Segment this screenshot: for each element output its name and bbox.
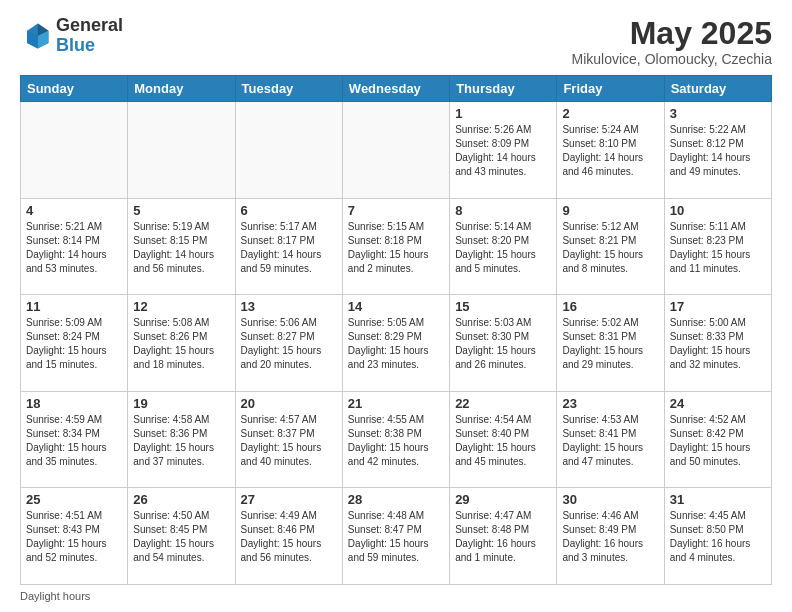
calendar-cell: 31Sunrise: 4:45 AM Sunset: 8:50 PM Dayli… — [664, 488, 771, 585]
location-subtitle: Mikulovice, Olomoucky, Czechia — [572, 51, 772, 67]
calendar-cell: 20Sunrise: 4:57 AM Sunset: 8:37 PM Dayli… — [235, 391, 342, 488]
calendar-cell: 30Sunrise: 4:46 AM Sunset: 8:49 PM Dayli… — [557, 488, 664, 585]
day-info: Sunrise: 4:46 AM Sunset: 8:49 PM Dayligh… — [562, 509, 658, 565]
calendar-cell: 2Sunrise: 5:24 AM Sunset: 8:10 PM Daylig… — [557, 102, 664, 199]
calendar-cell: 4Sunrise: 5:21 AM Sunset: 8:14 PM Daylig… — [21, 198, 128, 295]
calendar-cell: 1Sunrise: 5:26 AM Sunset: 8:09 PM Daylig… — [450, 102, 557, 199]
calendar-table: SundayMondayTuesdayWednesdayThursdayFrid… — [20, 75, 772, 585]
day-info: Sunrise: 5:17 AM Sunset: 8:17 PM Dayligh… — [241, 220, 337, 276]
calendar-cell: 26Sunrise: 4:50 AM Sunset: 8:45 PM Dayli… — [128, 488, 235, 585]
day-number: 18 — [26, 396, 122, 411]
day-info: Sunrise: 5:19 AM Sunset: 8:15 PM Dayligh… — [133, 220, 229, 276]
calendar-cell: 13Sunrise: 5:06 AM Sunset: 8:27 PM Dayli… — [235, 295, 342, 392]
day-info: Sunrise: 5:11 AM Sunset: 8:23 PM Dayligh… — [670, 220, 766, 276]
day-number: 30 — [562, 492, 658, 507]
day-number: 28 — [348, 492, 444, 507]
weekday-header-thursday: Thursday — [450, 76, 557, 102]
calendar-cell: 27Sunrise: 4:49 AM Sunset: 8:46 PM Dayli… — [235, 488, 342, 585]
day-info: Sunrise: 5:06 AM Sunset: 8:27 PM Dayligh… — [241, 316, 337, 372]
calendar-cell — [21, 102, 128, 199]
calendar-cell: 16Sunrise: 5:02 AM Sunset: 8:31 PM Dayli… — [557, 295, 664, 392]
day-number: 4 — [26, 203, 122, 218]
day-info: Sunrise: 5:22 AM Sunset: 8:12 PM Dayligh… — [670, 123, 766, 179]
day-number: 22 — [455, 396, 551, 411]
calendar-cell: 3Sunrise: 5:22 AM Sunset: 8:12 PM Daylig… — [664, 102, 771, 199]
calendar-cell: 7Sunrise: 5:15 AM Sunset: 8:18 PM Daylig… — [342, 198, 449, 295]
calendar-cell: 11Sunrise: 5:09 AM Sunset: 8:24 PM Dayli… — [21, 295, 128, 392]
calendar-cell: 25Sunrise: 4:51 AM Sunset: 8:43 PM Dayli… — [21, 488, 128, 585]
calendar-cell — [128, 102, 235, 199]
day-number: 9 — [562, 203, 658, 218]
day-number: 29 — [455, 492, 551, 507]
day-number: 23 — [562, 396, 658, 411]
calendar-cell: 5Sunrise: 5:19 AM Sunset: 8:15 PM Daylig… — [128, 198, 235, 295]
day-number: 12 — [133, 299, 229, 314]
day-info: Sunrise: 4:51 AM Sunset: 8:43 PM Dayligh… — [26, 509, 122, 565]
calendar-cell: 17Sunrise: 5:00 AM Sunset: 8:33 PM Dayli… — [664, 295, 771, 392]
day-number: 16 — [562, 299, 658, 314]
footer-note: Daylight hours — [20, 590, 772, 602]
day-number: 11 — [26, 299, 122, 314]
week-row-1: 1Sunrise: 5:26 AM Sunset: 8:09 PM Daylig… — [21, 102, 772, 199]
month-title: May 2025 — [572, 16, 772, 51]
day-number: 24 — [670, 396, 766, 411]
day-info: Sunrise: 4:54 AM Sunset: 8:40 PM Dayligh… — [455, 413, 551, 469]
day-info: Sunrise: 4:47 AM Sunset: 8:48 PM Dayligh… — [455, 509, 551, 565]
calendar-cell — [342, 102, 449, 199]
day-number: 2 — [562, 106, 658, 121]
day-info: Sunrise: 5:15 AM Sunset: 8:18 PM Dayligh… — [348, 220, 444, 276]
day-number: 19 — [133, 396, 229, 411]
day-info: Sunrise: 5:26 AM Sunset: 8:09 PM Dayligh… — [455, 123, 551, 179]
day-info: Sunrise: 5:09 AM Sunset: 8:24 PM Dayligh… — [26, 316, 122, 372]
day-number: 13 — [241, 299, 337, 314]
day-number: 27 — [241, 492, 337, 507]
calendar-cell: 14Sunrise: 5:05 AM Sunset: 8:29 PM Dayli… — [342, 295, 449, 392]
calendar-cell: 15Sunrise: 5:03 AM Sunset: 8:30 PM Dayli… — [450, 295, 557, 392]
calendar-cell: 18Sunrise: 4:59 AM Sunset: 8:34 PM Dayli… — [21, 391, 128, 488]
day-number: 25 — [26, 492, 122, 507]
week-row-2: 4Sunrise: 5:21 AM Sunset: 8:14 PM Daylig… — [21, 198, 772, 295]
weekday-header-monday: Monday — [128, 76, 235, 102]
calendar-cell: 22Sunrise: 4:54 AM Sunset: 8:40 PM Dayli… — [450, 391, 557, 488]
weekday-header-tuesday: Tuesday — [235, 76, 342, 102]
logo-blue: Blue — [56, 36, 123, 56]
calendar-cell: 8Sunrise: 5:14 AM Sunset: 8:20 PM Daylig… — [450, 198, 557, 295]
day-number: 5 — [133, 203, 229, 218]
weekday-header-wednesday: Wednesday — [342, 76, 449, 102]
day-info: Sunrise: 5:24 AM Sunset: 8:10 PM Dayligh… — [562, 123, 658, 179]
calendar-cell: 19Sunrise: 4:58 AM Sunset: 8:36 PM Dayli… — [128, 391, 235, 488]
calendar-cell: 10Sunrise: 5:11 AM Sunset: 8:23 PM Dayli… — [664, 198, 771, 295]
calendar-cell: 6Sunrise: 5:17 AM Sunset: 8:17 PM Daylig… — [235, 198, 342, 295]
day-info: Sunrise: 5:00 AM Sunset: 8:33 PM Dayligh… — [670, 316, 766, 372]
day-info: Sunrise: 5:02 AM Sunset: 8:31 PM Dayligh… — [562, 316, 658, 372]
weekday-header-friday: Friday — [557, 76, 664, 102]
day-number: 26 — [133, 492, 229, 507]
day-info: Sunrise: 4:53 AM Sunset: 8:41 PM Dayligh… — [562, 413, 658, 469]
weekday-header-saturday: Saturday — [664, 76, 771, 102]
day-info: Sunrise: 5:21 AM Sunset: 8:14 PM Dayligh… — [26, 220, 122, 276]
logo-icon — [20, 20, 52, 52]
day-number: 1 — [455, 106, 551, 121]
day-number: 8 — [455, 203, 551, 218]
day-info: Sunrise: 4:58 AM Sunset: 8:36 PM Dayligh… — [133, 413, 229, 469]
day-info: Sunrise: 5:05 AM Sunset: 8:29 PM Dayligh… — [348, 316, 444, 372]
day-number: 31 — [670, 492, 766, 507]
day-info: Sunrise: 4:49 AM Sunset: 8:46 PM Dayligh… — [241, 509, 337, 565]
day-number: 7 — [348, 203, 444, 218]
calendar-cell: 28Sunrise: 4:48 AM Sunset: 8:47 PM Dayli… — [342, 488, 449, 585]
calendar-cell: 24Sunrise: 4:52 AM Sunset: 8:42 PM Dayli… — [664, 391, 771, 488]
day-number: 14 — [348, 299, 444, 314]
day-number: 3 — [670, 106, 766, 121]
week-row-5: 25Sunrise: 4:51 AM Sunset: 8:43 PM Dayli… — [21, 488, 772, 585]
day-number: 17 — [670, 299, 766, 314]
week-row-3: 11Sunrise: 5:09 AM Sunset: 8:24 PM Dayli… — [21, 295, 772, 392]
day-number: 6 — [241, 203, 337, 218]
day-info: Sunrise: 5:03 AM Sunset: 8:30 PM Dayligh… — [455, 316, 551, 372]
title-block: May 2025 Mikulovice, Olomoucky, Czechia — [572, 16, 772, 67]
day-info: Sunrise: 4:57 AM Sunset: 8:37 PM Dayligh… — [241, 413, 337, 469]
weekday-header-sunday: Sunday — [21, 76, 128, 102]
calendar-cell: 12Sunrise: 5:08 AM Sunset: 8:26 PM Dayli… — [128, 295, 235, 392]
day-number: 20 — [241, 396, 337, 411]
calendar-cell: 29Sunrise: 4:47 AM Sunset: 8:48 PM Dayli… — [450, 488, 557, 585]
day-info: Sunrise: 4:45 AM Sunset: 8:50 PM Dayligh… — [670, 509, 766, 565]
